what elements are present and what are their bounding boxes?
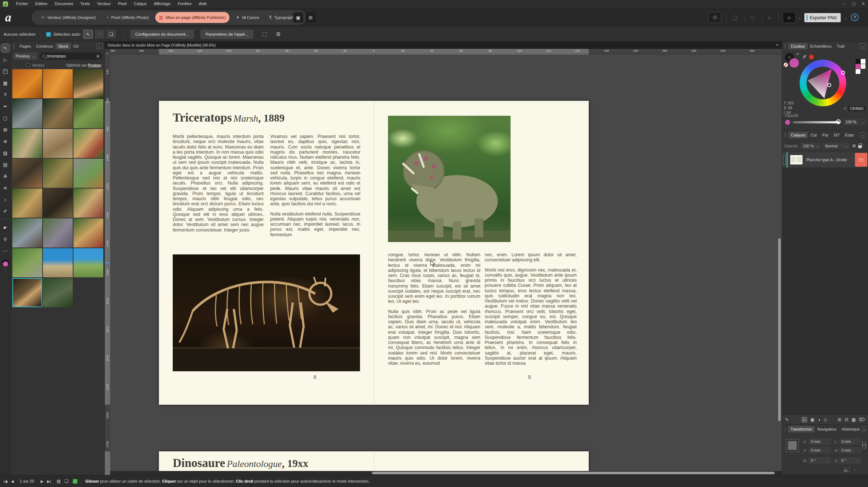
persona-pixel-affinity-photo-[interactable]: ◔Pixel (Affinity Photo) <box>102 12 152 23</box>
stock-thumbnail-sauropods-plain[interactable] <box>43 248 73 277</box>
transform-origin-icon[interactable] <box>845 467 850 471</box>
stock-thumbnail-dark-triceratops[interactable] <box>43 278 73 307</box>
shape-tool[interactable]: ▢ <box>1 114 10 122</box>
persona-mise-en-page-affinity-publisher-[interactable]: ▥Mise en page (Affinity Publisher) <box>155 12 229 23</box>
fill-tool[interactable]: ♁ <box>1 195 10 204</box>
stock-search-input[interactable]: triceratops ⊗ <box>40 52 102 60</box>
snapping-button[interactable]: ∩ <box>783 12 796 23</box>
select-object-button[interactable]: ⇖ <box>83 30 93 39</box>
panel-menu-button[interactable]: ⌄ <box>96 43 103 49</box>
swatch-cream[interactable] <box>861 64 865 69</box>
stock-thumbnail-stegosaurus[interactable] <box>43 218 73 248</box>
pen-tool[interactable]: ✒ <box>1 102 10 111</box>
spread-pages-8-9[interactable]: Triceratops Marsh, 1889 Morbi pellentesq… <box>159 101 589 405</box>
panel-menu-button[interactable]: ⌄ <box>862 426 866 432</box>
artistic-text-tool[interactable]: Ŧ <box>1 90 10 99</box>
tab-transformer[interactable]: Transformer <box>788 426 815 432</box>
vertical-ruler[interactable]: 9409609801000102010401060108011001120114… <box>105 55 110 475</box>
stock-thumbnail-green-dino-head[interactable] <box>43 159 73 188</box>
fx-icon[interactable]: fx <box>802 417 807 422</box>
opacity-slider-handle[interactable] <box>836 119 841 124</box>
stock-provider-dropdown[interactable]: Pixabay ⌄ <box>13 52 37 60</box>
stock-thumbnail-park-dinosaur[interactable] <box>73 159 103 188</box>
tab-contenus[interactable]: Contenus <box>33 43 56 50</box>
eyedropper-icon[interactable]: ✐ <box>803 54 807 60</box>
swap-colors-icon[interactable]: ⇄ <box>796 52 799 56</box>
adjustment-icon[interactable]: ◑ <box>818 417 820 422</box>
vector-checkbox[interactable] <box>26 63 30 67</box>
close-document-icon[interactable]: ✕ <box>776 43 779 47</box>
menu-fichier[interactable]: Fichier <box>12 0 32 8</box>
app-settings-button[interactable]: Paramètres de l'appli... <box>200 29 253 39</box>
place-image-tool[interactable]: ▨ <box>1 149 10 157</box>
opacity-value-field[interactable]: 100 % <box>843 119 859 125</box>
l-field[interactable]: 0 mm <box>839 438 861 445</box>
tab-etats[interactable]: États <box>842 132 856 138</box>
stock-thumbnail-green-ankylosaur[interactable] <box>73 99 103 128</box>
menu-calque[interactable]: Calque <box>130 0 150 8</box>
stock-thumbnail-gray-triceratops-statue[interactable] <box>12 99 42 128</box>
swatch-black[interactable] <box>856 59 860 64</box>
no-color-icon[interactable] <box>784 63 788 67</box>
tab-couleur[interactable]: Couleur <box>788 43 808 50</box>
menu-texte[interactable]: Texte <box>77 0 93 8</box>
next-page-button[interactable]: ▶ <box>41 479 44 483</box>
add-layer-icon[interactable]: ⊞ <box>838 417 841 422</box>
panel-menu-button[interactable]: ⌄ <box>860 43 866 49</box>
stock-thumbnail-raptor-mouth-open[interactable] <box>73 189 103 218</box>
brush-tool[interactable]: ≋ <box>1 183 10 192</box>
delete-layer-icon[interactable]: ⌦ <box>859 417 865 422</box>
layer-opacity-dropdown[interactable]: 100 % ⌄ <box>801 143 821 149</box>
saturation-selector[interactable] <box>827 83 831 87</box>
menu-vecteur[interactable]: Vecteur <box>93 0 114 8</box>
panel-drag-handle[interactable] <box>785 44 785 49</box>
stock-thumbnail-sauropods-sky[interactable] <box>73 248 103 277</box>
hue-selector[interactable] <box>841 71 845 75</box>
stock-thumbnail-amber-triceratops-1[interactable] <box>12 69 42 98</box>
page8-title[interactable]: Triceratops Marsh, 1889 <box>173 111 284 124</box>
frame-text-tool[interactable]: T <box>1 67 10 76</box>
persona-overflow-icon[interactable]: ⋮ <box>287 14 292 20</box>
group-icon[interactable]: ⊟ <box>845 417 848 422</box>
more-tools[interactable]: ⋯ <box>1 246 10 255</box>
tab-stock[interactable]: Stock <box>56 43 71 50</box>
opacity-dropdown-button[interactable]: ⌄ <box>860 119 866 125</box>
horizontal-scroll-track[interactable] <box>110 471 782 475</box>
export-png-button[interactable]: Exporter PNG <box>804 13 841 22</box>
mask-icon[interactable]: ▣ <box>810 417 814 422</box>
opacity-slider[interactable] <box>793 121 840 123</box>
tab-navigateur[interactable]: Navigateur <box>815 426 839 432</box>
layer-gear-icon[interactable]: ⚙ <box>852 143 856 149</box>
select-copy-button[interactable]: ❏ <box>107 30 116 39</box>
last-page-button[interactable]: ▶| <box>47 479 51 483</box>
persona-ia-canva[interactable]: ✦IA Canva <box>232 12 263 23</box>
lock-icon[interactable] <box>858 145 862 148</box>
stock-thumbnail-triceratops-skeleton[interactable] <box>12 278 42 307</box>
pattern-icon[interactable]: ▦ <box>852 417 856 422</box>
select-lasso-button[interactable]: ◌ <box>95 30 104 39</box>
stock-thumbnail-raptor-head-1[interactable] <box>12 189 42 218</box>
layer-visibility-button[interactable] <box>855 153 867 167</box>
layer-name[interactable]: Planche type A - Droite <box>806 158 847 162</box>
data-merge-tool[interactable]: ▤ <box>1 160 10 169</box>
menu-pixel[interactable]: Pixel <box>114 0 130 8</box>
document-tab[interactable]: Debuter dans le studio Mise en Page D'af… <box>108 43 216 47</box>
r-field[interactable]: 0 °⌄ <box>808 457 831 464</box>
tab-car[interactable]: Car <box>808 132 820 138</box>
panel-drag-handle[interactable] <box>785 132 785 138</box>
picture-frame-ellipse-tool[interactable]: ⊗ <box>1 137 10 146</box>
edit-icon[interactable]: ✎ <box>785 417 789 422</box>
page8-column-1[interactable]: Morbi pellentesque, mauris interdum port… <box>173 134 264 245</box>
stock-thumbnail-amber-triceratops-2[interactable] <box>43 69 73 98</box>
previous-page-button[interactable]: ◀ <box>11 479 14 483</box>
move-tool[interactable]: ⇖ <box>1 44 10 52</box>
tab-stt[interactable]: StT <box>831 132 842 138</box>
horizontal-scrollbar[interactable] <box>372 472 775 474</box>
export-caret-icon[interactable]: ⌄ <box>844 16 847 20</box>
vertical-scrollbar[interactable] <box>778 238 781 421</box>
stock-thumbnail-forest-triceratops[interactable] <box>73 69 103 98</box>
preview-mode-button[interactable]: ☉ <box>708 12 721 23</box>
align-icon[interactable]: ≡ <box>768 15 771 21</box>
zoom-tool[interactable]: ⚲ <box>1 235 10 243</box>
swatch-white-2[interactable] <box>856 69 860 74</box>
